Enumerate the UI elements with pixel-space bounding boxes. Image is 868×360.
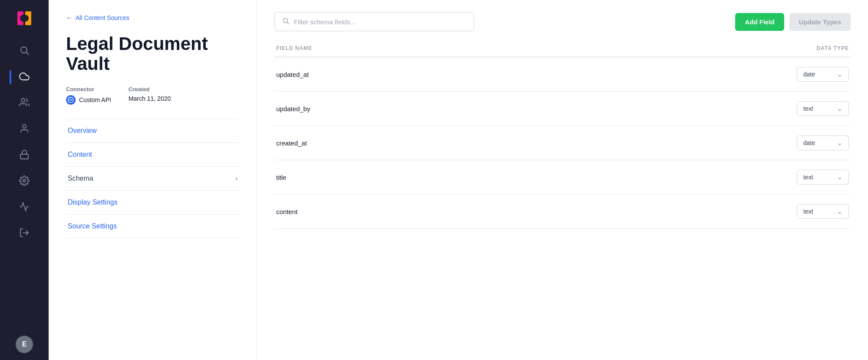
avatar[interactable]: E: [16, 336, 33, 353]
lock-icon: [19, 149, 30, 162]
nav-menu: Overview Content Schema › Display Settin…: [66, 119, 239, 238]
gear-icon: [19, 175, 30, 188]
chevron-down-icon: ⌄: [837, 71, 842, 78]
col-field-name-header: FIELD NAME: [276, 45, 312, 51]
svg-point-9: [23, 179, 26, 182]
sidebar-item-security[interactable]: [13, 144, 36, 167]
connector-label: Connector: [66, 86, 111, 92]
type-select-content[interactable]: text ⌄: [797, 204, 849, 219]
add-field-button[interactable]: Add Field: [735, 13, 784, 31]
table-row: title text ⌄: [274, 160, 851, 195]
sidebar-item-settings[interactable]: [13, 170, 36, 193]
field-name-updated-by: updated_by: [276, 105, 310, 112]
table-row: updated_at date ⌄: [274, 57, 851, 92]
update-types-button[interactable]: Update Types: [789, 13, 851, 31]
type-select-title[interactable]: text ⌄: [797, 170, 849, 185]
type-select-created-at[interactable]: date ⌄: [797, 135, 849, 150]
svg-point-6: [21, 99, 25, 102]
sidebar-item-search[interactable]: [13, 40, 36, 63]
nav-label-overview: Overview: [68, 127, 97, 135]
type-value-created-at: date: [803, 139, 815, 146]
right-header: Add Field Update Types: [274, 12, 851, 31]
svg-rect-8: [20, 154, 28, 159]
source-title: Legal Document Vault: [66, 34, 239, 74]
search-box[interactable]: [274, 12, 474, 31]
nav-label-source-settings: Source Settings: [68, 222, 117, 230]
search-icon: [282, 17, 290, 26]
back-link[interactable]: ← All Content Sources: [66, 14, 239, 22]
main-container: ← All Content Sources Legal Document Vau…: [49, 0, 868, 360]
sidebar-item-logout[interactable]: [13, 222, 36, 245]
nav-item-overview[interactable]: Overview: [66, 119, 239, 143]
back-arrow-icon: ←: [66, 14, 73, 22]
connector-icon: [66, 95, 76, 105]
field-name-updated-at: updated_at: [276, 71, 309, 78]
nav-item-schema[interactable]: Schema ›: [66, 167, 239, 191]
table-row: content text ⌄: [274, 195, 851, 229]
users-icon: [19, 97, 30, 109]
type-select-updated-by[interactable]: text ⌄: [797, 101, 849, 116]
svg-rect-3: [20, 15, 29, 22]
svg-line-5: [26, 53, 29, 55]
created-value: March 11, 2020: [129, 95, 171, 102]
schema-table: FIELD NAME DATA TYPE updated_at date ⌄ u…: [274, 45, 851, 229]
type-select-updated-at[interactable]: date ⌄: [797, 67, 849, 82]
sidebar-item-sources[interactable]: [13, 66, 36, 89]
chevron-down-icon: ⌄: [837, 105, 842, 112]
col-data-type-header: DATA TYPE: [817, 45, 849, 51]
nav-label-schema: Schema: [68, 175, 93, 182]
table-row: created_at date ⌄: [274, 126, 851, 160]
created-date: March 11, 2020: [129, 95, 171, 102]
chevron-right-icon: ›: [235, 175, 238, 182]
user-icon: [19, 123, 30, 135]
search-input[interactable]: [294, 18, 467, 26]
type-value-updated-by: text: [803, 105, 813, 112]
sidebar-item-users[interactable]: [13, 92, 36, 115]
nav-label-content: Content: [68, 151, 92, 159]
chevron-down-icon: ⌄: [837, 208, 842, 215]
schema-table-header: FIELD NAME DATA TYPE: [274, 45, 851, 57]
header-actions: Add Field Update Types: [735, 13, 851, 31]
chevron-down-icon: ⌄: [837, 139, 842, 146]
back-link-label: All Content Sources: [76, 14, 129, 21]
sidebar-item-analytics[interactable]: [13, 196, 36, 219]
app-logo: [13, 7, 36, 30]
created-meta: Created March 11, 2020: [129, 86, 171, 105]
search-icon: [19, 45, 30, 57]
type-value-content: text: [803, 208, 813, 215]
svg-point-7: [23, 125, 26, 128]
table-row: updated_by text ⌄: [274, 92, 851, 126]
chevron-down-icon: ⌄: [837, 174, 842, 181]
connector-name: Custom API: [79, 96, 111, 103]
field-name-created-at: created_at: [276, 139, 307, 147]
type-value-title: text: [803, 174, 813, 181]
nav-item-display-settings[interactable]: Display Settings: [66, 191, 239, 215]
type-value-updated-at: date: [803, 71, 815, 78]
nav-item-source-settings[interactable]: Source Settings: [66, 215, 239, 238]
sidebar-item-user[interactable]: [13, 118, 36, 141]
logout-icon: [19, 228, 30, 240]
cloud-icon: [19, 71, 30, 83]
field-name-title: title: [276, 174, 286, 181]
created-label: Created: [129, 86, 171, 92]
left-panel: ← All Content Sources Legal Document Vau…: [49, 0, 257, 360]
field-name-content: content: [276, 208, 297, 215]
connector-value-row: Custom API: [66, 95, 111, 105]
svg-point-12: [283, 18, 288, 23]
meta-section: Connector Custom API Created March 11, 2…: [66, 86, 239, 105]
nav-item-content[interactable]: Content: [66, 143, 239, 167]
svg-point-4: [21, 47, 27, 53]
sidebar: E: [0, 0, 49, 360]
svg-line-13: [287, 22, 289, 24]
connector-meta: Connector Custom API: [66, 86, 111, 105]
analytics-icon: [19, 201, 30, 214]
right-panel: Add Field Update Types FIELD NAME DATA T…: [257, 0, 868, 360]
nav-label-display-settings: Display Settings: [68, 198, 118, 206]
